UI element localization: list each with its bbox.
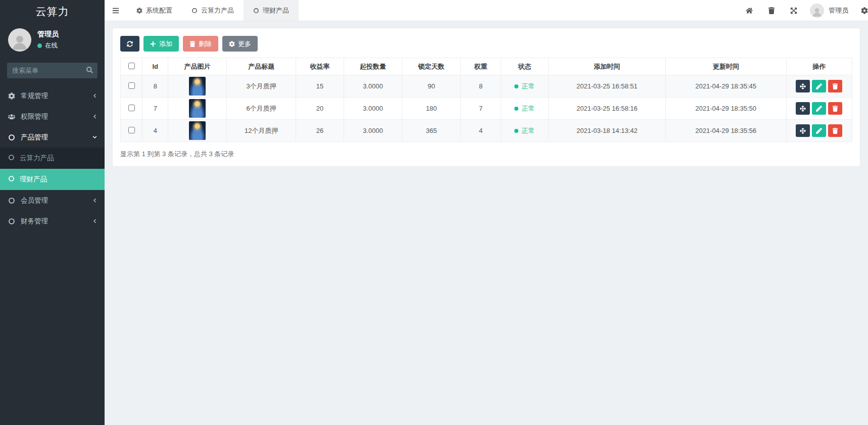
move-icon (800, 83, 806, 89)
sidebar-item-label: 云算力产品 (20, 154, 54, 163)
row-checkbox[interactable] (128, 127, 135, 133)
search-icon[interactable] (86, 67, 93, 75)
edit-row-button[interactable] (812, 80, 826, 92)
trash-icon (832, 83, 838, 89)
cell-rate: 26 (296, 120, 344, 142)
chevron-down-icon (92, 135, 97, 139)
column-header-rate: 收益率 (296, 58, 344, 75)
users-icon (8, 113, 16, 120)
trash-icon (832, 106, 838, 112)
products-table: Id 产品图片 产品标题 收益率 起投数量 锁定天数 权重 状态 添加时间 更新… (120, 58, 852, 142)
person-icon (10, 31, 30, 52)
column-header-id: Id (142, 58, 168, 75)
app-logo[interactable]: 云算力 (0, 0, 105, 23)
cell-title: 12个月质押 (226, 120, 296, 142)
products-submenu: 云算力产品 理财产品 (0, 148, 105, 190)
sidebar-item-label: 常规管理 (21, 91, 48, 101)
cell-min-invest: 3.0000 (344, 75, 402, 98)
cell-updated: 2021-04-29 18:35:45 (665, 75, 786, 98)
settings-cogs-icon[interactable] (853, 0, 868, 21)
person-icon (811, 6, 823, 18)
hamburger-menu-icon[interactable] (105, 0, 127, 21)
sidebar-menu: 常规管理 权限管理 产品管理 云算力产品 理财产品 (0, 85, 105, 231)
sidebar-item-products[interactable]: 产品管理 (0, 127, 105, 148)
trash-icon[interactable] (760, 0, 783, 21)
product-image (189, 121, 206, 140)
sidebar-item-general[interactable]: 常规管理 (0, 85, 105, 106)
sidebar: 云算力 管理员 在线 常规管理 (0, 0, 105, 425)
refresh-icon (127, 41, 133, 47)
cell-updated: 2021-04-29 18:35:56 (665, 120, 786, 142)
user-name: 管理员 (37, 30, 59, 39)
app-root: 云算力 管理员 在线 常规管理 (0, 0, 868, 425)
column-header-image: 产品图片 (168, 58, 227, 75)
column-header-status: 状态 (501, 58, 548, 75)
tab-system-config[interactable]: 系统配置 (127, 0, 182, 21)
row-actions (787, 102, 852, 115)
sidebar-item-cloud-power-products[interactable]: 云算力产品 (0, 148, 105, 169)
delete-button-label: 删除 (199, 39, 212, 49)
select-all-header (121, 58, 142, 75)
fullscreen-icon[interactable] (783, 0, 805, 21)
cell-weight: 4 (461, 120, 501, 142)
user-status: 在线 (37, 41, 59, 50)
sidebar-item-members[interactable]: 会员管理 (0, 190, 105, 211)
move-row-button[interactable] (796, 102, 810, 115)
navbar-user-menu[interactable]: 管理员 (805, 4, 853, 18)
user-avatar (8, 28, 31, 52)
status-dot-icon (514, 129, 518, 133)
cell-id: 7 (142, 98, 168, 120)
gear-icon (136, 8, 142, 14)
circle-icon (191, 8, 198, 14)
edit-row-button[interactable] (812, 102, 826, 115)
delete-row-button[interactable] (828, 124, 842, 137)
add-button[interactable]: 添加 (143, 36, 179, 52)
row-checkbox[interactable] (128, 105, 135, 111)
tab-label: 系统配置 (146, 6, 172, 15)
sidebar-item-label: 财务管理 (21, 217, 48, 226)
row-checkbox[interactable] (128, 82, 135, 89)
cogs-icon (8, 92, 16, 100)
circle-icon (8, 197, 16, 204)
chevron-left-icon (92, 219, 97, 223)
row-actions (787, 124, 852, 137)
tab-cloud-power-products[interactable]: 云算力产品 (182, 0, 244, 21)
circle-icon (253, 8, 259, 14)
status-badge: 正常 (514, 104, 535, 113)
tab-wealth-products[interactable]: 理财产品 (244, 0, 299, 21)
circle-icon (8, 154, 15, 162)
cell-lock-days: 180 (402, 98, 461, 120)
sidebar-item-wealth-products[interactable]: 理财产品 (0, 169, 105, 190)
move-row-button[interactable] (796, 124, 810, 137)
add-button-label: 添加 (159, 39, 172, 49)
select-all-checkbox[interactable] (128, 63, 135, 69)
user-status-label: 在线 (45, 41, 58, 50)
delete-button[interactable]: 删除 (183, 36, 218, 52)
circle-icon (8, 175, 15, 183)
column-header-lock-days: 锁定天数 (402, 58, 461, 75)
data-panel: 添加 删除 更多 (112, 28, 860, 167)
sidebar-item-label: 理财产品 (20, 175, 47, 184)
column-header-added: 添加时间 (548, 58, 665, 75)
delete-row-button[interactable] (828, 80, 842, 92)
delete-row-button[interactable] (828, 102, 842, 115)
cell-added: 2021-03-25 16:58:51 (548, 75, 665, 98)
column-header-title: 产品标题 (226, 58, 296, 75)
status-dot-icon (514, 107, 518, 111)
more-button-label: 更多 (238, 39, 251, 49)
table-row: 7 6个月质押 20 3.0000 180 7 正常 2021-03-25 16… (121, 98, 852, 120)
column-header-weight: 权重 (461, 58, 501, 75)
status-badge: 正常 (514, 82, 535, 91)
navbar-right: 管理员 (738, 0, 868, 21)
pencil-icon (816, 83, 822, 89)
more-button[interactable]: 更多 (222, 36, 258, 52)
home-icon[interactable] (738, 0, 760, 21)
move-row-button[interactable] (796, 80, 810, 92)
table-row: 8 3个月质押 15 3.0000 90 8 正常 2021-03-25 16:… (121, 75, 852, 98)
sidebar-item-finance[interactable]: 财务管理 (0, 211, 105, 231)
search-input[interactable] (7, 63, 98, 78)
edit-row-button[interactable] (812, 124, 826, 137)
refresh-button[interactable] (120, 36, 139, 52)
sidebar-item-permissions[interactable]: 权限管理 (0, 106, 105, 127)
cell-lock-days: 365 (402, 120, 461, 142)
